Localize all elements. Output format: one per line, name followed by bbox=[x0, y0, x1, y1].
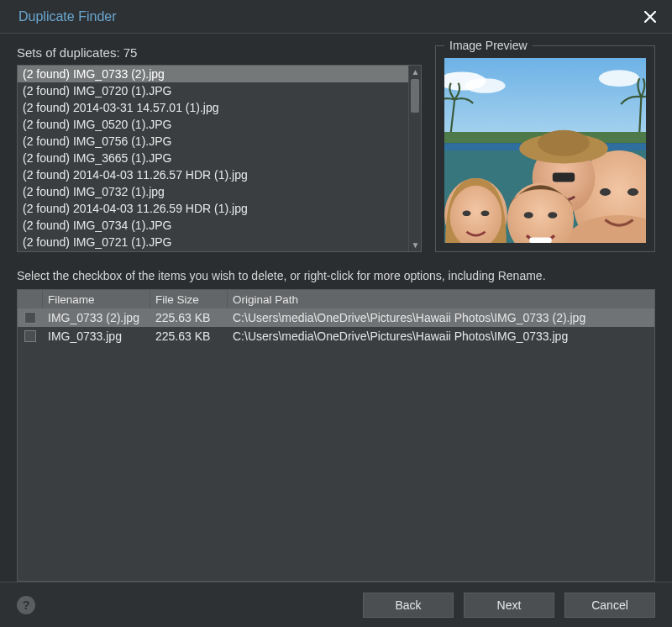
duplicate-sets-list[interactable]: (2 found) IMG_0733 (2).jpg(2 found) IMG_… bbox=[17, 65, 422, 252]
row-checkbox[interactable] bbox=[24, 312, 36, 324]
row-filesize: 225.63 KB bbox=[150, 308, 228, 327]
svg-point-2 bbox=[465, 78, 505, 93]
duplicate-set-item[interactable]: (2 found) 2014-04-03 11.26.59 HDR (1).jp… bbox=[18, 200, 421, 217]
svg-rect-20 bbox=[529, 237, 551, 243]
svg-point-19 bbox=[548, 212, 557, 219]
window-title: Duplicate Finder bbox=[18, 9, 117, 24]
duplicate-set-item[interactable]: (2 found) IMG_0721 (1).JPG bbox=[18, 234, 421, 250]
duplicate-set-item[interactable]: (2 found) 2014-03-31 14.57.01 (1).jpg bbox=[18, 99, 421, 116]
duplicate-files-table: Filename File Size Original Path IMG_073… bbox=[17, 289, 655, 582]
duplicate-set-item[interactable]: (2 found) 2014-04-03 11.26.57 HDR (1).jp… bbox=[18, 166, 421, 183]
scroll-thumb[interactable] bbox=[411, 79, 419, 113]
duplicate-sets-block: Sets of duplicates: 75 (2 found) IMG_073… bbox=[17, 45, 422, 252]
footer-bar: ? Back Next Cancel bbox=[0, 582, 672, 627]
header-filename[interactable]: Filename bbox=[43, 290, 150, 308]
row-filename: IMG_0733.jpg bbox=[43, 327, 150, 345]
svg-rect-16 bbox=[553, 172, 575, 182]
table-row[interactable]: IMG_0733.jpg225.63 KBC:\Users\media\OneD… bbox=[18, 327, 654, 345]
close-icon[interactable] bbox=[640, 7, 660, 27]
sets-count-label: Sets of duplicates: 75 bbox=[17, 45, 422, 60]
duplicate-set-item[interactable]: (2 found) IMG_0733 (2).jpg bbox=[18, 66, 421, 82]
header-path[interactable]: Original Path bbox=[228, 290, 654, 308]
instruction-text: Select the checkbox of the items you wis… bbox=[17, 269, 655, 282]
cancel-button[interactable]: Cancel bbox=[564, 593, 655, 618]
preview-image bbox=[444, 58, 646, 243]
duplicate-set-item[interactable]: (2 found) IMG_0756 (1).JPG bbox=[18, 133, 421, 150]
duplicate-set-item[interactable]: (2 found) IMG_0732 (1).jpg bbox=[18, 183, 421, 200]
back-button[interactable]: Back bbox=[363, 593, 454, 618]
scroll-up-arrow[interactable]: ▲ bbox=[409, 66, 422, 78]
preview-legend: Image Preview bbox=[444, 39, 533, 52]
scroll-down-arrow[interactable]: ▼ bbox=[409, 239, 422, 251]
row-filesize: 225.63 KB bbox=[150, 327, 228, 345]
image-preview-panel: Image Preview bbox=[435, 45, 655, 252]
scrollbar[interactable]: ▲ ▼ bbox=[408, 66, 421, 251]
row-checkbox[interactable] bbox=[24, 330, 36, 342]
duplicate-set-item[interactable]: (2 found) IMG_0720 (1).JPG bbox=[18, 82, 421, 99]
title-bar: Duplicate Finder bbox=[0, 0, 672, 34]
header-checkbox-col bbox=[18, 290, 43, 308]
duplicate-set-item[interactable]: (2 found) 2014-04-03 11.26.32 HDR (1).jp… bbox=[18, 250, 421, 251]
help-icon[interactable]: ? bbox=[17, 596, 35, 614]
table-row[interactable]: IMG_0733 (2).jpg225.63 KBC:\Users\media\… bbox=[18, 308, 654, 327]
svg-point-18 bbox=[524, 212, 533, 219]
svg-point-11 bbox=[600, 188, 611, 196]
row-path: C:\Users\media\OneDrive\Pictures\Hawaii … bbox=[228, 327, 654, 345]
next-button[interactable]: Next bbox=[464, 593, 554, 618]
svg-point-3 bbox=[599, 70, 639, 87]
svg-point-12 bbox=[627, 188, 638, 196]
duplicate-set-item[interactable]: (2 found) IMG_0520 (1).JPG bbox=[18, 116, 421, 133]
duplicate-set-item[interactable]: (2 found) IMG_0734 (1).JPG bbox=[18, 217, 421, 234]
content-area: Sets of duplicates: 75 (2 found) IMG_073… bbox=[0, 34, 672, 582]
header-filesize[interactable]: File Size bbox=[150, 290, 228, 308]
svg-point-24 bbox=[481, 211, 490, 217]
svg-point-23 bbox=[463, 211, 471, 217]
duplicate-set-item[interactable]: (2 found) IMG_3665 (1).JPG bbox=[18, 150, 421, 166]
row-path: C:\Users\media\OneDrive\Pictures\Hawaii … bbox=[228, 308, 654, 327]
svg-point-15 bbox=[538, 130, 590, 156]
row-filename: IMG_0733 (2).jpg bbox=[43, 308, 150, 327]
table-header: Filename File Size Original Path bbox=[18, 290, 654, 308]
